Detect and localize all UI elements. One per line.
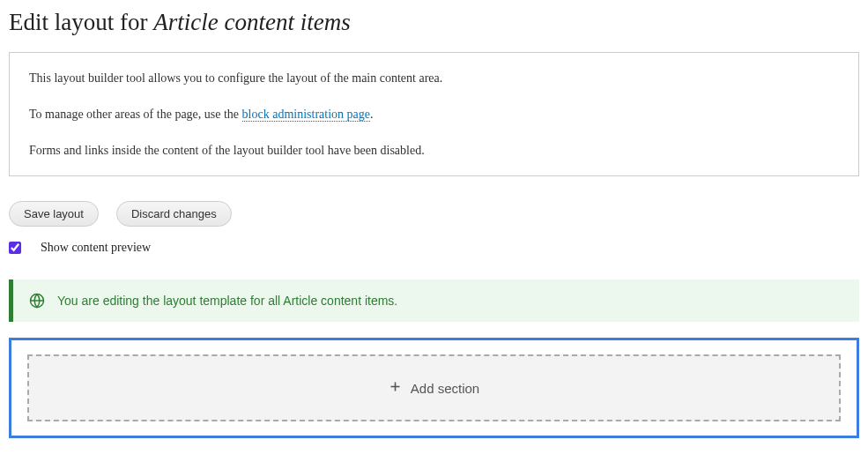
page-title: Edit layout for Article content items [9,9,859,36]
info-line-2-prefix: To manage other areas of the page, use t… [29,108,242,121]
button-row: Save layout Discard changes [9,201,859,227]
info-line-1: This layout builder tool allows you to c… [29,69,839,87]
info-line-2-suffix: . [370,108,374,121]
show-preview-checkbox[interactable] [9,242,21,254]
save-layout-button[interactable]: Save layout [9,201,99,227]
status-message-text: You are editing the layout template for … [57,294,397,308]
status-message-box: You are editing the layout template for … [9,279,859,322]
globe-icon [29,293,45,309]
info-box: This layout builder tool allows you to c… [9,52,859,176]
discard-changes-button[interactable]: Discard changes [116,201,232,227]
info-line-3: Forms and links inside the content of th… [29,141,839,160]
page-title-prefix: Edit layout for [9,9,153,35]
layout-canvas: Add section [9,338,859,438]
info-line-2: To manage other areas of the page, use t… [29,105,839,123]
page-title-italic: Article content items [153,9,350,35]
show-preview-label: Show content preview [41,241,151,255]
add-section-label: Add section [411,381,479,396]
block-admin-link[interactable]: block administration page [242,108,370,122]
add-section-button[interactable]: Add section [27,354,841,421]
preview-checkbox-row: Show content preview [9,241,859,255]
plus-icon [389,380,402,397]
